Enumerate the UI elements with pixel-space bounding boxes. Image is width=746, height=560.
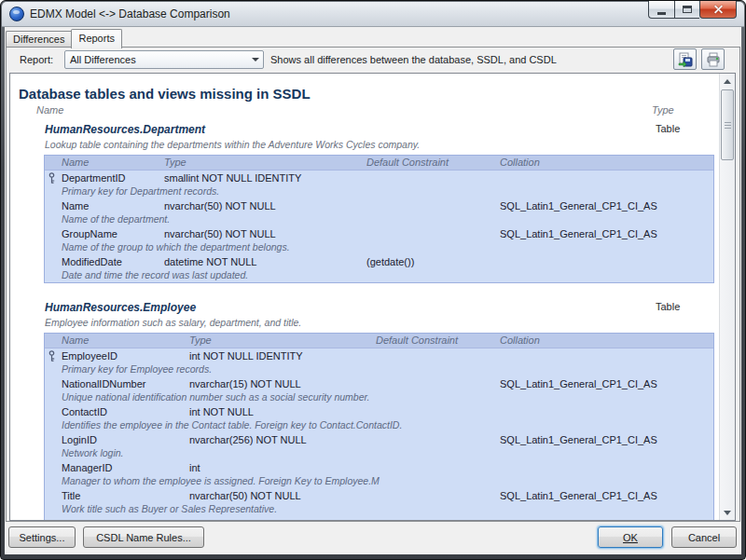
row-type: int NOT NULL IDENTITY	[189, 348, 376, 363]
primary-key-icon	[45, 171, 62, 185]
row-type: nvarchar(256) NOT NULL	[189, 432, 376, 447]
row-type: nvarchar(50) NOT NULL	[164, 226, 366, 241]
row-default-constraint: (getdate())	[366, 254, 500, 269]
arrow-up-icon	[724, 79, 731, 84]
scroll-up-button[interactable]	[720, 74, 735, 89]
row-collation	[500, 171, 713, 185]
row-default-constraint	[376, 432, 500, 447]
column-header: Default Constraint	[376, 334, 500, 348]
column-header: Collation	[500, 156, 713, 170]
window-title: EDMX Model <-> Database Comparison	[30, 7, 230, 20]
tab-strip: Differences Reports	[6, 29, 122, 48]
column-header: Type	[164, 156, 366, 170]
ok-button[interactable]: OK	[598, 526, 663, 548]
close-icon	[713, 5, 724, 15]
row-default-constraint	[366, 226, 500, 241]
row-name: ContactID	[62, 404, 189, 419]
row-default-constraint	[366, 198, 500, 213]
table-header-row: Name Type Default Constraint Collation	[45, 156, 713, 171]
print-report-icon	[706, 52, 721, 67]
maximize-button[interactable]	[674, 1, 699, 19]
row-description: Unique national identification number su…	[45, 391, 713, 404]
scroll-down-button[interactable]	[720, 505, 735, 520]
chevron-down-icon	[248, 51, 263, 68]
section-description: Employee information such as salary, dep…	[45, 317, 719, 330]
primary-key-icon	[45, 348, 62, 363]
row-name: Title	[62, 488, 189, 503]
report-toolbar: Report: All Differences Shows all differ…	[7, 48, 739, 73]
employee-table: Name Type Default Constraint Collation E…	[44, 333, 714, 520]
row-type: nvarchar(15) NOT NULL	[189, 376, 376, 391]
row-name: NationalIDNumber	[62, 376, 189, 391]
row-collation	[500, 348, 713, 363]
row-collation	[500, 460, 713, 475]
settings-button[interactable]: Settings...	[8, 526, 76, 548]
save-report-button[interactable]	[673, 48, 697, 70]
row-collation: SQL_Latin1_General_CP1_CI_AS	[500, 226, 713, 241]
section-name: HumanResources.Employee	[45, 301, 196, 314]
row-name: BirthDate	[62, 516, 189, 520]
row-description: Identifies the employee in the Contact t…	[45, 419, 713, 432]
row-description: Date and time the record was last update…	[45, 269, 713, 282]
row-default-constraint	[366, 171, 500, 185]
row-default-constraint	[376, 460, 500, 475]
dialog-client-area: Differences Reports Report: All Differen…	[5, 27, 741, 554]
column-header: Type	[189, 334, 376, 348]
row-type: datetime NOT NULL	[189, 516, 376, 520]
row-name: Name	[62, 198, 164, 213]
row-description: Network login.	[45, 447, 713, 460]
row-type: int NOT NULL	[189, 404, 376, 419]
table-row: Title nvarchar(50) NOT NULL SQL_Latin1_G…	[45, 488, 713, 503]
scrollbar-thumb[interactable]	[721, 89, 734, 160]
cancel-button[interactable]: Cancel	[671, 526, 737, 548]
section-name: HumanResources.Department	[45, 123, 205, 136]
minimize-icon	[657, 12, 666, 15]
row-description: Work title such as Buyer or Sales Repres…	[45, 503, 713, 516]
table-row: GroupName nvarchar(50) NOT NULL SQL_Lati…	[45, 226, 713, 241]
report-dropdown-value: All Differences	[65, 54, 248, 65]
row-collation	[500, 404, 713, 419]
table-header-row: Name Type Default Constraint Collation	[45, 334, 713, 348]
row-description: Name of the department.	[45, 213, 713, 226]
row-collation	[500, 516, 713, 520]
minimize-button[interactable]	[648, 1, 674, 19]
table-row: BirthDate datetime NOT NULL	[45, 516, 713, 520]
report-dropdown[interactable]: All Differences	[64, 50, 264, 69]
table-row: Name nvarchar(50) NOT NULL SQL_Latin1_Ge…	[45, 198, 713, 213]
report-actions	[673, 48, 725, 70]
table-row: ModifiedDate datetime NOT NULL (getdate(…	[45, 254, 713, 269]
close-button[interactable]	[699, 1, 737, 19]
row-name: GroupName	[62, 226, 164, 241]
row-default-constraint	[376, 488, 500, 503]
table-row: ManagerID int	[45, 460, 713, 475]
row-default-constraint	[376, 376, 500, 391]
report-label: Report:	[20, 54, 53, 65]
row-collation: SQL_Latin1_General_CP1_CI_AS	[500, 432, 713, 447]
vertical-scrollbar[interactable]	[719, 74, 735, 520]
row-name: ManagerID	[62, 460, 189, 475]
app-icon	[9, 7, 24, 21]
table-row: NationalIDNumber nvarchar(15) NOT NULL S…	[45, 376, 713, 391]
department-table: Name Type Default Constraint Collation D…	[44, 155, 714, 283]
row-collation	[500, 254, 713, 269]
table-row: DepartmentID smallint NOT NULL IDENTITY	[45, 171, 713, 185]
row-type: nvarchar(50) NOT NULL	[189, 488, 376, 503]
column-header: Default Constraint	[366, 156, 500, 170]
row-name: LoginID	[62, 432, 189, 447]
report-content-frame: Database tables and views missing in SSD…	[9, 73, 736, 521]
report-content: Database tables and views missing in SSD…	[10, 74, 719, 520]
row-name: ModifiedDate	[62, 254, 164, 269]
tab-differences[interactable]: Differences	[6, 31, 71, 48]
row-collation: SQL_Latin1_General_CP1_CI_AS	[500, 376, 713, 391]
reports-tab-page: Report: All Differences Shows all differ…	[6, 47, 740, 522]
section-type: Table	[656, 123, 680, 134]
tab-reports[interactable]: Reports	[71, 29, 122, 48]
print-report-button[interactable]	[701, 48, 725, 70]
csdl-name-rules-button[interactable]: CSDL Name Rules...	[83, 526, 204, 548]
row-description: Primary key for Department records.	[45, 185, 713, 198]
window-controls	[648, 1, 737, 19]
table-row: ContactID int NOT NULL	[45, 404, 713, 419]
row-default-constraint	[376, 404, 500, 419]
row-type: datetime NOT NULL	[164, 254, 366, 269]
row-description: Manager to whom the employee is assigned…	[45, 475, 713, 488]
